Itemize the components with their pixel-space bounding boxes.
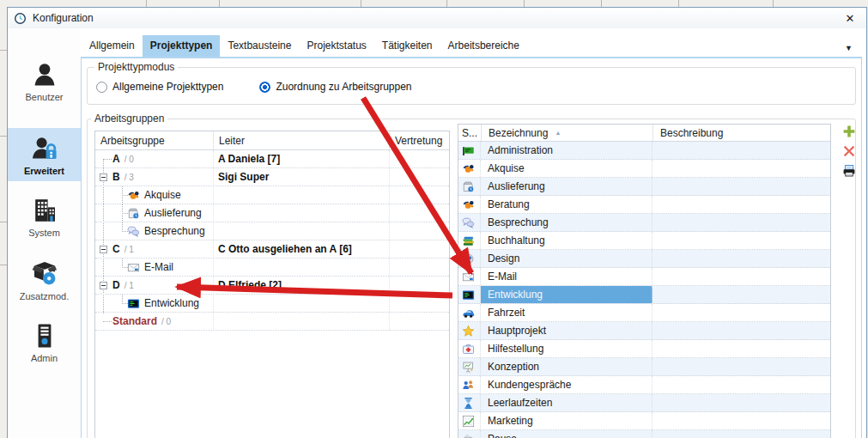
tree-row[interactable]: Entwicklung [95, 295, 449, 313]
group-count: / 3 [124, 173, 134, 182]
fahrzeit-icon [462, 307, 475, 319]
radio-label: Allgemeine Projekttypen [112, 81, 223, 93]
tree-row[interactable]: Standard/ 0 [95, 313, 449, 331]
close-icon[interactable]: ✕ [842, 11, 858, 27]
list-item[interactable]: Hilfestellung [458, 340, 830, 358]
expand-collapse-icon[interactable] [100, 282, 107, 289]
list-item[interactable]: Marketing [458, 412, 830, 430]
list-item-bezeichnung: Besprechung [481, 214, 653, 231]
list-item[interactable]: Hauptprojekt [458, 322, 830, 340]
tree-column-arbeitsgruppe[interactable]: Arbeitsgruppe [95, 131, 213, 149]
entwicklung-icon [127, 297, 140, 310]
projekttypmodus-label: Projekttypmodus [94, 61, 178, 73]
list-item[interactable]: Fahrzeit [458, 304, 830, 322]
projekttypmodus-group: Projekttypmodus Allgemeine ProjekttypenZ… [87, 67, 856, 105]
group-name: D/ 1 [112, 277, 134, 295]
tree-row[interactable]: C/ 1C Otto ausgeliehen an A [6] [95, 240, 449, 259]
list-item[interactable]: E-Mail [458, 268, 830, 286]
list-item-symbol-cell [458, 286, 481, 303]
tree-row[interactable]: E-Mail [95, 259, 449, 277]
list-item[interactable]: Kundengespräche [458, 376, 830, 394]
radio-option-1[interactable]: Allgemeine Projekttypen [96, 81, 223, 93]
list-item[interactable]: Pause [458, 430, 830, 438]
list-item-bezeichnung: Entwicklung [481, 286, 653, 303]
tab-textbausteine[interactable]: Textbausteine [220, 35, 299, 57]
tab-arbeitsbereiche[interactable]: Arbeitsbereiche [440, 35, 527, 57]
handshake-icon [462, 162, 475, 175]
building-icon [31, 197, 58, 224]
list-item[interactable]: Besprechung [458, 214, 830, 232]
user-lock-icon [31, 135, 58, 162]
tree-row[interactable]: Auslieferung [95, 204, 449, 222]
tree-row[interactable]: B/ 3Sigi Super [95, 168, 449, 186]
sidebar-item-benutzer[interactable]: Benutzer [8, 58, 81, 119]
dialog-titlebar[interactable]: Konfiguration ✕ [8, 8, 866, 28]
radio-icon [96, 82, 107, 93]
list-item[interactable]: Auslieferung [458, 178, 830, 196]
delete-button[interactable] [841, 143, 857, 159]
expand-collapse-icon[interactable] [100, 246, 107, 253]
list-item-bezeichnung: Design [481, 250, 653, 267]
leiter-value: Sigi Super [218, 168, 269, 186]
list-item-bezeichnung: Kundengespräche [481, 376, 653, 393]
list-column-symbol[interactable]: S... [458, 125, 481, 141]
list-item-beschreibung [653, 394, 830, 411]
tab-projektstatus[interactable]: Projektstatus [299, 35, 373, 57]
list-item-bezeichnung: Administration [481, 142, 653, 159]
tree-row[interactable]: Besprechung [95, 222, 449, 240]
group-count: / 1 [124, 281, 134, 290]
sidebar-item-erweitert[interactable]: Erweitert [8, 128, 81, 181]
list-item-beschreibung [653, 232, 830, 249]
projekttypen-table: S...Bezeichnung▲Beschreibung Administrat… [458, 124, 831, 438]
hauptprojekt-icon [462, 325, 475, 338]
list-item[interactable]: Leerlaufzeiten [458, 394, 830, 412]
list-item[interactable]: Buchhaltung [458, 232, 830, 250]
list-column-beschreibung[interactable]: Beschreibung [653, 125, 830, 141]
sidebar-item-admin[interactable]: Admin [8, 319, 81, 372]
list-item-symbol-cell [458, 232, 481, 249]
tab-projekttypen[interactable]: Projekttypen [143, 35, 221, 57]
group-name: C/ 1 [112, 240, 134, 259]
list-item-bezeichnung: Leerlaufzeiten [481, 394, 653, 411]
radio-option-2[interactable]: Zuordnung zu Arbeitsgruppen [259, 81, 411, 93]
list-item-symbol-cell [458, 160, 481, 177]
list-item-symbol-cell [458, 268, 481, 285]
background-window-fragment-top [0, 0, 868, 7]
auslieferung-icon [462, 180, 475, 193]
list-item[interactable]: Beratung [458, 196, 830, 214]
radio-icon [259, 82, 270, 93]
tree-column-leiter[interactable]: Leiter [213, 131, 389, 149]
sidebar-item-zusatzmod[interactable]: Zusatzmod. [8, 257, 81, 310]
list-item[interactable]: Konzeption [458, 358, 830, 376]
list-item[interactable]: Akquise [458, 160, 830, 178]
list-item-symbol-cell [458, 178, 481, 195]
tree-row[interactable]: A/ 0A Daniela [7] [95, 150, 449, 168]
content-panel: Projekttypmodus Allgemeine ProjekttypenZ… [81, 57, 862, 438]
list-column-bezeichnung[interactable]: Bezeichnung▲ [481, 125, 653, 141]
tab-overflow-icon[interactable]: ▼ [845, 44, 853, 52]
tree-row[interactable]: Akquise [95, 186, 449, 204]
list-item[interactable]: Administration [458, 142, 830, 160]
box-cd-icon [31, 260, 58, 288]
tree-column-vertretung[interactable]: Vertretung [389, 131, 449, 149]
projekttyp-label: Akquise [144, 186, 181, 204]
list-item-symbol-cell [458, 376, 481, 393]
arbeitsgruppen-label: Arbeitsgruppen [91, 113, 167, 125]
list-item-beschreibung [653, 286, 830, 303]
tab-allgemein[interactable]: Allgemein [82, 35, 143, 57]
list-item-symbol-cell [458, 430, 481, 438]
print-button[interactable] [841, 163, 857, 179]
list-item[interactable]: Entwicklung [458, 286, 830, 304]
list-item-beschreibung [653, 160, 830, 177]
tab-tätigkeiten[interactable]: Tätigkeiten [374, 35, 440, 57]
sidebar-item-system[interactable]: System [8, 193, 81, 248]
app-clock-icon [14, 12, 27, 25]
cross-icon [842, 144, 856, 158]
tree-row[interactable]: D/ 1D Elfriede [2] [95, 277, 449, 295]
handshake-icon [127, 189, 140, 202]
besprechung-icon [127, 225, 140, 238]
expand-collapse-icon[interactable] [100, 173, 107, 181]
list-item-bezeichnung: Hilfestellung [481, 340, 653, 357]
add-button[interactable] [841, 124, 857, 139]
list-item[interactable]: Design [458, 250, 830, 268]
